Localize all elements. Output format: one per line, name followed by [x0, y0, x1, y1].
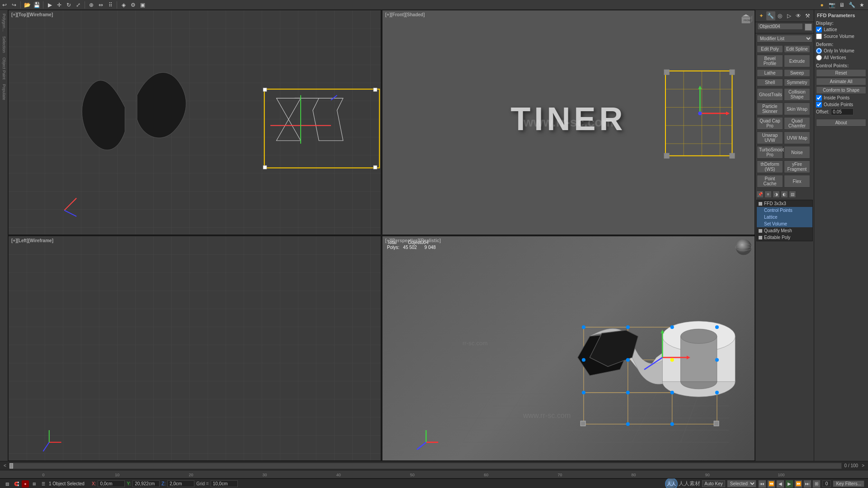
unwrap-uvw-btn[interactable]: Unwrap UVW — [757, 131, 783, 144]
edit-spline-btn[interactable]: Edit Spline — [784, 45, 810, 53]
grid-value[interactable]: 10,0cm — [211, 480, 238, 487]
point-cache-btn[interactable]: Point Cache — [757, 175, 783, 188]
pin-stack-btn[interactable]: 📌 — [756, 191, 764, 198]
animate-all-btn[interactable]: Animate All — [816, 78, 866, 85]
next-key-btn[interactable]: ⏩ — [794, 480, 802, 488]
noise-btn[interactable]: Noise — [784, 146, 810, 159]
z-coord-value[interactable]: 2,0cm — [167, 480, 194, 487]
reset-btn[interactable]: Reset — [816, 69, 866, 77]
bevel-profile-btn[interactable]: Bevel Profile — [757, 55, 783, 67]
lattice-checkbox[interactable] — [816, 27, 822, 33]
stack-set-volume[interactable]: Set Volume — [757, 221, 812, 227]
stack-editable-poly[interactable]: Editable Poly — [757, 234, 812, 241]
stack-lattice[interactable]: Lattice — [757, 214, 812, 221]
extrude-btn[interactable]: Extrude — [784, 55, 810, 67]
yfire-fragment-btn[interactable]: yFire Fragment — [784, 160, 810, 173]
create-icon[interactable]: ✦ — [757, 11, 766, 20]
collision-shape-btn[interactable]: Collision Shape — [784, 88, 810, 101]
shell-btn[interactable]: Shell — [757, 79, 783, 86]
move-icon[interactable]: ✛ — [55, 0, 64, 9]
utilities-panel-icon[interactable]: ⚒ — [803, 11, 812, 20]
timeline-right-arrow[interactable]: > — [860, 463, 866, 468]
quad-cap-pro-btn[interactable]: Quad Cap Pro — [757, 117, 783, 130]
redo-icon[interactable]: ↪ — [9, 0, 19, 9]
frame-indicator[interactable]: 0 — [822, 480, 831, 487]
light-icon[interactable]: ● — [817, 0, 826, 9]
thdeform-btn[interactable]: thDeform (WS) — [757, 160, 783, 173]
show-all-btn[interactable]: ≡ — [764, 191, 772, 198]
autokey-toggle-btn[interactable]: ● — [22, 480, 29, 488]
conform-to-shape-btn[interactable]: Conform to Shape — [816, 86, 866, 94]
outside-points-checkbox[interactable] — [816, 102, 822, 108]
play-forward-btn[interactable]: ▶ — [785, 480, 793, 488]
show-object-btn[interactable]: ◐ — [781, 191, 788, 198]
color-swatch[interactable] — [805, 23, 812, 31]
x-coord-value[interactable]: 0,0cm — [98, 480, 125, 487]
extra-icon[interactable]: ☰ — [40, 480, 47, 488]
quad-chamfer-btn[interactable]: Quad Chamfer — [784, 117, 810, 130]
sidebar-item-selection[interactable]: Selection — [1, 34, 7, 55]
mirror-icon[interactable]: ⇔ — [96, 0, 105, 9]
y-coord-value[interactable]: 20,922cm — [132, 480, 160, 487]
camera2-icon[interactable]: 📷 — [827, 0, 836, 9]
only-in-volume-radio[interactable] — [816, 48, 822, 54]
uvw-map-btn[interactable]: UVW Map — [784, 131, 810, 144]
stack-ffd-3x3x3[interactable]: FFD 3x3x3 — [757, 200, 812, 207]
play-back-btn[interactable]: ◀ — [776, 480, 784, 488]
select-icon[interactable]: ▶ — [45, 0, 54, 9]
viewport-top-right[interactable]: [+][Front][Shaded] TINER www.rr-sc.com F… — [382, 10, 755, 235]
motion-icon[interactable]: ▷ — [785, 11, 794, 20]
open-icon[interactable]: 📂 — [23, 0, 32, 9]
modify-icon[interactable]: 🔧 — [766, 11, 775, 20]
display-panel-icon[interactable]: 👁 — [794, 11, 803, 20]
render-icon[interactable]: ▣ — [138, 0, 147, 9]
sidebar-item-objectpaint[interactable]: Object Paint — [1, 56, 7, 81]
lathe-btn[interactable]: Lathe — [757, 69, 783, 77]
hierarchy-icon[interactable]: ◎ — [775, 11, 784, 20]
particle-skinner-btn[interactable]: Particle Skinner — [757, 103, 783, 115]
viewport-bottom-right[interactable]: [+][Perspective][Realistic] Total Object… — [382, 236, 755, 461]
all-vertices-radio[interactable] — [816, 55, 822, 61]
save-icon[interactable]: 💾 — [32, 0, 41, 9]
stack-control-points[interactable]: Control Points — [757, 207, 812, 214]
inside-points-checkbox[interactable] — [816, 95, 822, 101]
sidebar-item-polygon[interactable]: Polygon... — [1, 12, 7, 33]
object-name-input[interactable] — [757, 23, 803, 30]
viewport-top-left[interactable]: [+][Top][Wireframe] — [8, 10, 381, 235]
render-setup-icon[interactable]: ⚙ — [128, 0, 137, 9]
modifier-list-dropdown[interactable]: Modifier List — [757, 35, 812, 42]
rotate-icon[interactable]: ↻ — [64, 0, 73, 9]
stack-display-btn[interactable]: ▤ — [789, 191, 796, 198]
skin-wrap-btn[interactable]: Skin Wrap — [784, 103, 810, 115]
time-slider-track[interactable] — [9, 463, 842, 469]
track-icon[interactable]: ⊞ — [31, 480, 38, 488]
snap-icon[interactable]: ⊕ — [87, 0, 96, 9]
flex-btn[interactable]: Flex — [784, 175, 810, 188]
array-icon[interactable]: ⠿ — [106, 0, 115, 9]
about-btn[interactable]: About — [816, 119, 866, 127]
stack-quadify-mesh[interactable]: Quadify Mesh — [757, 227, 812, 234]
time-slider-thumb[interactable] — [9, 463, 13, 469]
key-filters-btn[interactable]: Key Filters... — [833, 480, 864, 487]
go-to-start-btn[interactable]: ⏮ — [758, 480, 766, 488]
ghosttrails-btn[interactable]: GhostTrails — [757, 88, 783, 101]
material-icon[interactable]: ◈ — [119, 0, 128, 9]
prev-key-btn[interactable]: ⏪ — [767, 480, 775, 488]
utilities-icon[interactable]: 🔧 — [847, 0, 856, 9]
scale-icon[interactable]: ⤢ — [74, 0, 83, 9]
display-icon[interactable]: 🖥 — [837, 0, 846, 9]
sidebar-item-populate[interactable]: Populate — [1, 82, 7, 102]
select-filter-icon[interactable]: ▨ — [4, 480, 11, 488]
source-volume-checkbox[interactable] — [816, 33, 822, 39]
sweep-btn[interactable]: Sweep — [784, 69, 810, 77]
go-to-end-btn[interactable]: ⏭ — [803, 480, 811, 488]
offset-input[interactable] — [831, 108, 854, 115]
symmetry-btn[interactable]: Symmetry — [784, 79, 810, 86]
extras-icon[interactable]: ★ — [857, 0, 866, 9]
turbosmooth-btn[interactable]: TurboSmooth Pro — [757, 146, 783, 159]
selected-dropdown[interactable]: Selected — [727, 480, 756, 488]
timeline-left-arrow[interactable]: < — [2, 463, 8, 468]
show-result-btn[interactable]: ◑ — [773, 191, 780, 198]
viewport-bottom-left[interactable]: [+][Left][Wireframe] — [8, 236, 381, 461]
next-frame-btn[interactable]: ⊞ — [812, 480, 821, 488]
